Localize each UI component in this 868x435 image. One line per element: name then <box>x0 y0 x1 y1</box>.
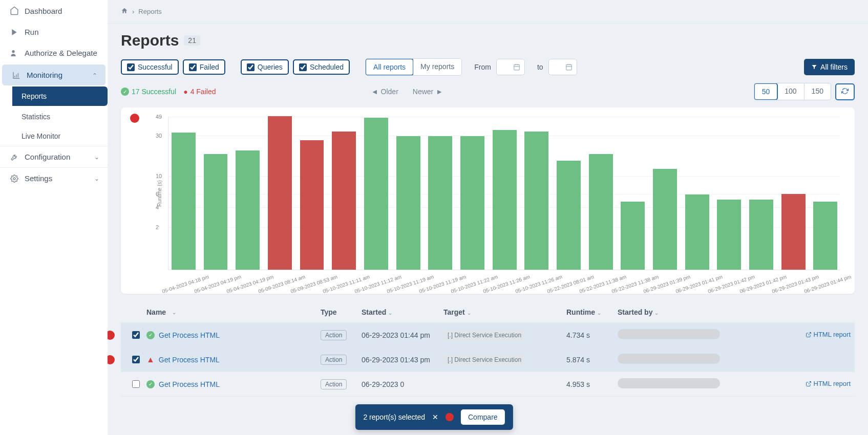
filter-chip-scheduled[interactable]: Scheduled <box>293 59 350 75</box>
older-link[interactable]: ◄ Older <box>371 88 398 96</box>
bar[interactable] <box>332 132 356 270</box>
play-icon <box>8 28 20 36</box>
bar[interactable] <box>781 194 806 270</box>
from-date-input[interactable] <box>496 59 525 75</box>
chevron-left-icon: ◄ <box>371 88 378 96</box>
sidebar-item-authorize[interactable]: Authorize & Delegate <box>0 42 108 63</box>
home-icon <box>8 6 20 15</box>
sidebar-item-configuration[interactable]: Configuration ⌄ <box>0 146 108 167</box>
report-name-link[interactable]: Get Process HTML <box>159 356 220 364</box>
bar[interactable] <box>813 202 837 270</box>
bar[interactable] <box>396 136 420 270</box>
filter-chip-failed[interactable]: Failed <box>183 59 225 75</box>
refresh-button[interactable] <box>835 83 855 100</box>
sidebar-subitem-live-monitor[interactable]: Live Monitor <box>12 126 108 146</box>
all-filters-button[interactable]: All filters <box>804 59 855 75</box>
bar[interactable] <box>717 200 741 270</box>
label: Dashboard <box>25 7 62 15</box>
status-ok-icon: ✓ <box>146 380 155 388</box>
count-badge: 21 <box>184 35 200 46</box>
page-size-150[interactable]: 150 <box>805 83 831 100</box>
filter-chip-queries[interactable]: Queries <box>241 59 289 75</box>
html-report-link[interactable]: HTML report <box>806 380 851 387</box>
bar[interactable] <box>268 116 292 270</box>
bar[interactable] <box>204 154 228 270</box>
close-icon[interactable]: ✕ <box>432 413 438 421</box>
filter-chip-successful[interactable]: Successful <box>121 59 179 75</box>
table-row[interactable]: ✓Get Process HTML Action 06-29-2023 0 4.… <box>121 372 855 397</box>
newer-link[interactable]: Newer ► <box>413 88 443 96</box>
fail-icon: ● <box>183 88 187 96</box>
html-report-link[interactable]: HTML report <box>806 331 851 338</box>
bar[interactable] <box>621 202 645 270</box>
col-startedby-header[interactable]: Started by <box>618 308 652 316</box>
row-checkbox[interactable] <box>132 356 140 363</box>
filter-icon <box>811 64 817 70</box>
page-size-100[interactable]: 100 <box>777 83 804 100</box>
bar[interactable] <box>236 150 260 270</box>
bar[interactable] <box>524 132 548 270</box>
sidebar-subitem-reports[interactable]: Reports <box>12 86 108 106</box>
bar[interactable] <box>428 136 452 270</box>
bar[interactable] <box>749 200 773 270</box>
bar[interactable] <box>493 130 517 270</box>
sidebar-subitem-statistics[interactable]: Statistics <box>12 107 108 126</box>
scope-all-reports[interactable]: All reports <box>365 58 414 76</box>
sort-icon: ⌄ <box>467 310 471 316</box>
chevron-down-icon: ⌄ <box>94 154 99 161</box>
failed-count: ● 4 Failed <box>183 88 216 96</box>
check-icon: ✓ <box>121 88 129 96</box>
bar-plot: 05-04-2023 04:18 pm05-04-2023 04:19 pm05… <box>168 117 840 270</box>
bar[interactable] <box>460 136 484 270</box>
annotation-marker <box>108 355 115 364</box>
svg-rect-2 <box>514 64 520 70</box>
col-target-header[interactable]: Target <box>443 308 465 316</box>
bar[interactable] <box>589 154 613 270</box>
page-title: Reports <box>121 32 179 49</box>
annotation-marker <box>446 413 454 421</box>
started-by-redacted <box>618 378 720 388</box>
filter-checkbox[interactable] <box>247 63 255 71</box>
sidebar-item-monitoring[interactable]: Monitoring ⌄ <box>2 64 105 85</box>
filter-checkbox[interactable] <box>299 63 307 71</box>
sort-icon: ⌄ <box>654 310 659 316</box>
breadcrumb-separator: › <box>132 8 134 15</box>
filter-checkbox[interactable] <box>127 63 135 71</box>
report-name-link[interactable]: Get Process HTML <box>159 380 220 388</box>
runtime-cell: 5.874 s <box>566 356 618 364</box>
table-row[interactable]: ✓Get Process HTML Action 06-29-2023 01:4… <box>121 323 855 347</box>
bar[interactable] <box>557 161 581 270</box>
external-link-icon <box>806 332 812 338</box>
report-name-link[interactable]: Get Process HTML <box>159 331 220 339</box>
bar[interactable] <box>172 133 196 270</box>
to-date-input[interactable] <box>548 59 577 75</box>
row-checkbox[interactable] <box>132 380 140 388</box>
sidebar-item-dashboard[interactable]: Dashboard <box>0 0 108 21</box>
svg-rect-3 <box>566 64 571 70</box>
chevron-down-icon: ⌄ <box>94 175 99 182</box>
scope-my-reports[interactable]: My reports <box>413 59 461 75</box>
sidebar-item-run[interactable]: Run <box>0 21 108 42</box>
row-checkbox[interactable] <box>132 331 140 339</box>
svg-point-0 <box>12 50 14 53</box>
bar[interactable] <box>300 140 324 270</box>
col-started-header[interactable]: Started <box>362 308 386 316</box>
from-label: From <box>474 63 491 71</box>
page-size-50[interactable]: 50 <box>754 83 778 100</box>
breadcrumb-home-icon[interactable] <box>121 7 128 16</box>
bar[interactable] <box>364 118 388 270</box>
table-row[interactable]: ▲Get Process HTML Action 06-29-2023 01:4… <box>121 347 855 372</box>
bar[interactable] <box>653 169 677 270</box>
bar[interactable] <box>685 194 709 270</box>
page-size-selector: 50100150 <box>754 83 831 100</box>
col-runtime-header[interactable]: Runtime <box>566 308 595 316</box>
sort-icon: ⌄ <box>597 310 601 316</box>
sidebar-item-settings[interactable]: Settings ⌄ <box>0 168 108 189</box>
type-badge: Action <box>321 355 347 365</box>
scope-toggle: All reportsMy reports <box>365 58 462 76</box>
compare-button[interactable]: Compare <box>461 409 505 425</box>
col-type-header[interactable]: Type <box>321 308 337 316</box>
filter-checkbox[interactable] <box>189 63 197 71</box>
col-name-header[interactable]: Name <box>146 308 166 316</box>
wrench-icon <box>8 153 20 161</box>
